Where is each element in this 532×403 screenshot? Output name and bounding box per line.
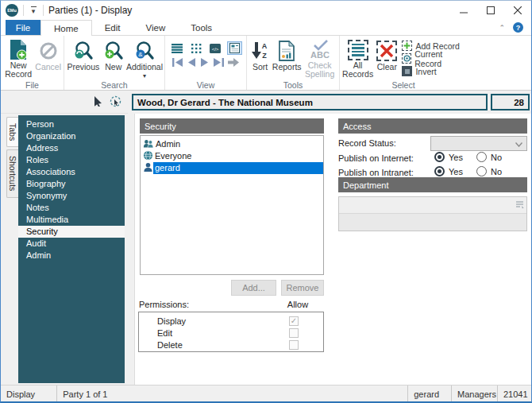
sidebar-item-admin[interactable]: Admin [18, 250, 125, 262]
select-region-icon[interactable] [110, 95, 121, 109]
close-button[interactable] [504, 1, 531, 20]
department-field[interactable] [338, 196, 527, 231]
sidebar-mode-tabs: Tabs Shortcuts [1, 114, 18, 385]
permissions-table: Display ✓ Edit ✓ Delete ✓ [138, 312, 324, 352]
maximize-button[interactable] [477, 1, 504, 20]
check-spelling-label: Check Spelling [302, 61, 337, 79]
sidebar-item-synonymy[interactable]: Synonymy [18, 190, 125, 202]
minimize-button[interactable] [450, 1, 477, 20]
sidebar-item-biography[interactable]: Biography [18, 178, 125, 190]
cancel-button[interactable]: Cancel [34, 37, 62, 79]
security-entry-name: Everyone [153, 150, 323, 162]
additional-search-button[interactable]: & Additional ▾ [126, 37, 163, 79]
publish-internet-label: Publish on Internet: [338, 153, 414, 163]
allow-display-checkbox[interactable]: ✓ [289, 316, 299, 326]
allow-edit-checkbox[interactable]: ✓ [289, 328, 299, 338]
previous-search-icon [72, 39, 94, 63]
remove-group-label: Remove [287, 283, 319, 293]
sidebar-item-security[interactable]: Security [18, 226, 125, 238]
sidebar-item-person[interactable]: Person [18, 118, 125, 130]
publish-intranet-yes-radio[interactable] [434, 166, 445, 176]
title-bar: EMu ▾ Parties (1) - Display [1, 1, 531, 20]
first-record-icon[interactable] [172, 58, 183, 68]
tab-edit[interactable]: Edit [92, 20, 133, 35]
publish-internet-yes[interactable]: Yes [434, 152, 463, 162]
code-view-icon[interactable]: </> [208, 41, 223, 55]
check-spelling-button[interactable]: ABC Check Spelling [302, 37, 337, 79]
group-users-icon [143, 138, 154, 151]
status-record-id: 21041 [498, 386, 531, 402]
new-search-button[interactable]: New [101, 37, 126, 79]
publish-intranet-yes[interactable]: Yes [434, 166, 463, 176]
sort-button[interactable]: A Z Sort [249, 37, 272, 79]
sidebar-item-audit[interactable]: Audit [18, 238, 125, 250]
security-entry-admin[interactable]: Admin [141, 138, 323, 150]
new-search-icon [102, 39, 124, 63]
publish-internet-yes-radio[interactable] [434, 152, 445, 162]
sidebar-item-address[interactable]: Address [18, 142, 125, 154]
select-current-record-button[interactable]: Current Record [402, 53, 465, 64]
globe-icon [143, 150, 153, 162]
svg-text:Z: Z [262, 52, 267, 60]
sidebar-item-notes[interactable]: Notes [18, 202, 125, 214]
publish-intranet-no[interactable]: No [476, 166, 502, 176]
sidebar-item-organization[interactable]: Organization [18, 130, 125, 142]
next-record-icon[interactable] [200, 58, 209, 68]
grid-view-icon[interactable] [189, 41, 204, 55]
allow-delete-checkbox[interactable]: ✓ [289, 340, 299, 350]
tab-shortcuts[interactable]: Shortcuts [6, 149, 18, 197]
tab-view[interactable]: View [133, 20, 179, 35]
security-panel-header: Security [140, 118, 324, 134]
tab-tools[interactable]: Tools [178, 20, 225, 35]
expand-lines-icon[interactable] [515, 200, 524, 211]
security-entry-everyone[interactable]: Everyone [141, 150, 323, 162]
group-label-select: Select [340, 80, 467, 90]
no-label: No [491, 153, 502, 162]
record-count-value: 28 [514, 98, 524, 107]
select-invert-button[interactable]: Invert [402, 66, 465, 77]
publish-intranet-no-radio[interactable] [476, 166, 487, 176]
previous-search-button[interactable]: Previous [66, 37, 101, 79]
security-entry-name: gerard [153, 162, 323, 174]
reports-button[interactable]: Reports [272, 37, 302, 79]
ribbon-group-view: </> View [165, 36, 247, 90]
record-status-dropdown[interactable] [430, 136, 527, 151]
tab-tabs[interactable]: Tabs [6, 117, 18, 147]
last-record-icon[interactable] [213, 58, 224, 68]
remove-group-button[interactable]: Remove [281, 280, 324, 296]
group-label-search: Search [64, 80, 164, 90]
page-view-icon[interactable] [227, 41, 242, 55]
publish-internet-no[interactable]: No [476, 152, 502, 162]
svg-text:A: A [261, 42, 267, 50]
check-spelling-icon: ABC [308, 39, 332, 61]
chevron-down-icon [515, 139, 522, 149]
publish-internet-no-radio[interactable] [476, 152, 487, 162]
list-view-icon[interactable] [170, 41, 185, 55]
app-logo-icon[interactable]: EMu [6, 4, 18, 17]
permission-name: Edit [157, 328, 289, 338]
strip-toolbar [1, 91, 128, 114]
sidebar-item-associations[interactable]: Associations [18, 166, 125, 178]
add-group-button[interactable]: Add... [231, 280, 276, 296]
quick-access-dropdown-icon[interactable]: ▾ [29, 6, 38, 15]
all-records-icon [348, 39, 368, 61]
sidebar-splitter[interactable] [126, 114, 134, 385]
new-record-button[interactable]: New Record [2, 37, 34, 79]
clear-selection-button[interactable]: Clear [374, 37, 399, 79]
previous-record-icon[interactable] [187, 58, 196, 68]
security-group-list[interactable]: Admin Everyone [140, 135, 324, 275]
collapse-ribbon-icon[interactable]: ⌃ [499, 24, 505, 32]
tab-file[interactable]: File [6, 20, 40, 35]
window-title: Parties (1) - Display [48, 5, 132, 16]
clear-selection-icon [376, 39, 397, 63]
sidebar-item-multimedia[interactable]: Multimedia [18, 214, 125, 226]
tab-home[interactable]: Home [40, 20, 92, 36]
select-all-records-button[interactable]: All Records [341, 37, 374, 79]
svg-text:&: & [139, 51, 144, 58]
security-entry-gerard[interactable]: gerard [141, 162, 323, 174]
cancel-label: Cancel [35, 63, 61, 72]
help-icon[interactable]: ? [513, 22, 523, 33]
pointer-tool-icon[interactable] [94, 96, 103, 108]
goto-record-icon[interactable] [228, 58, 239, 68]
sidebar-item-roles[interactable]: Roles [18, 154, 125, 166]
